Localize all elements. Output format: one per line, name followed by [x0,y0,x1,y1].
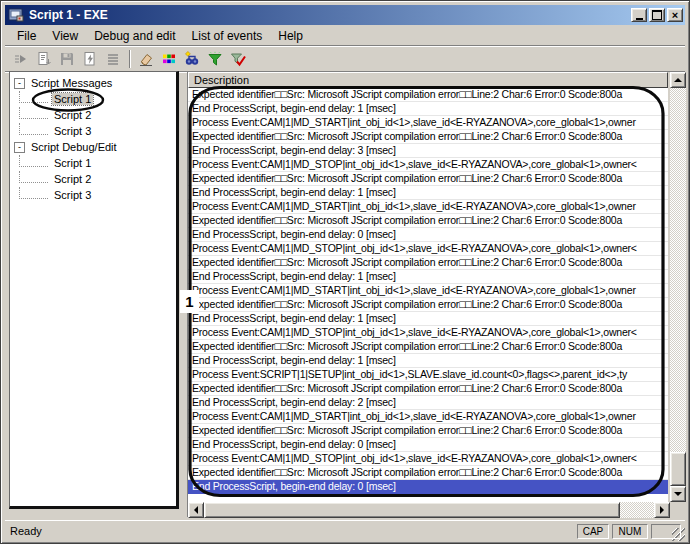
clear-icon [138,51,154,67]
horizontal-scrollbar-thumb[interactable] [204,502,620,518]
log-row[interactable]: Expected identifier□□Src: Microsoft JScr… [188,298,668,312]
log-row[interactable]: Process Event:CAM|1|MD_START|int_obj_id<… [188,116,668,130]
tree-expander-icon[interactable]: - [14,78,25,89]
tree-guide-line [19,171,48,183]
log-row[interactable]: End ProcessScript, begin-end delay: 1 [m… [188,312,668,326]
scroll-up-button[interactable] [670,72,686,88]
app-window: Script 1 - EXE × FileViewDebug and editL… [0,0,690,544]
log-row[interactable]: Expected identifier□□Src: Microsoft JScr… [188,424,668,438]
scrollbar-corner [670,502,686,518]
tree-item-script-1[interactable]: Script 1 [10,91,176,107]
minimize-button[interactable] [631,8,647,22]
tree-item-script-3[interactable]: Script 3 [10,123,176,139]
log-row[interactable]: Expected identifier□□Src: Microsoft JScr… [188,172,668,186]
tree-item-label: Script 3 [52,125,93,137]
report-icon [36,51,52,67]
log-row[interactable]: Process Event:CAM|1|MD_STOP|int_obj_id<1… [188,242,668,256]
app-icon [8,7,24,23]
report-button[interactable] [33,48,56,70]
tree-item-script-1[interactable]: Script 1 [10,155,176,171]
tree-item-script-2[interactable]: Script 2 [10,107,176,123]
menu-item-debug-and-edit[interactable]: Debug and edit [86,28,183,44]
log-row[interactable]: Expected identifier□□Src: Microsoft JScr… [188,214,668,228]
tree-expander-icon[interactable]: - [14,142,25,153]
log-row[interactable]: End ProcessScript, begin-end delay: 2 [m… [188,396,668,410]
minimize-icon [636,18,643,20]
log-row[interactable]: Process Event:CAM|1|MD_START|int_obj_id<… [188,284,668,298]
status-indicator-cap: CAP [577,524,609,539]
script-edit-icon [82,51,98,67]
menu-item-view[interactable]: View [44,28,86,44]
log-row[interactable]: End ProcessScript, begin-end delay: 1 [m… [188,270,668,284]
tree-item-label: Script Debug/Edit [31,141,117,153]
status-message: Ready [10,525,42,537]
tree-guide-line [19,123,48,135]
log-row[interactable]: Expected identifier□□Src: Microsoft JScr… [188,382,668,396]
log-row[interactable]: Expected identifier□□Src: Microsoft JScr… [188,466,668,480]
filter-apply-button[interactable] [227,48,250,70]
maximize-button[interactable] [649,8,665,22]
log-row[interactable]: End ProcessScript, begin-end delay: 0 [m… [188,438,668,452]
scroll-left-button[interactable] [188,502,204,518]
window-title: Script 1 - EXE [29,8,631,22]
tree-guide-line [19,155,48,167]
clear-button[interactable] [135,48,158,70]
tree-item-script-3[interactable]: Script 3 [10,187,176,203]
column-header-description[interactable]: Description [188,72,668,88]
menu-item-help[interactable]: Help [270,28,311,44]
colors-button[interactable] [158,48,181,70]
scroll-right-button[interactable] [654,502,670,518]
run-script-button[interactable] [10,48,33,70]
tree-item-script-2[interactable]: Script 2 [10,171,176,187]
script-tree[interactable]: -Script MessagesScript 1Script 2Script 3… [9,71,179,509]
tree-item-label: Script 2 [52,109,93,121]
arrow-left-icon [194,506,198,514]
event-list-button[interactable] [102,48,125,70]
log-row[interactable]: End ProcessScript, begin-end delay: 1 [m… [188,186,668,200]
vertical-scrollbar-track[interactable] [670,88,686,486]
script-edit-button[interactable] [79,48,102,70]
log-row[interactable]: Expected identifier□□Src: Microsoft JScr… [188,340,668,354]
save-button[interactable] [56,48,79,70]
tree-item-script-messages[interactable]: -Script Messages [10,75,176,91]
status-indicator-num: NUM [612,524,648,539]
log-row[interactable]: Expected identifier□□Src: Microsoft JScr… [188,88,668,102]
arrow-up-icon [674,78,682,82]
log-row[interactable]: End ProcessScript, begin-end delay: 3 [m… [188,144,668,158]
tree-item-label: Script Messages [31,77,112,89]
menu-item-file[interactable]: File [9,28,44,44]
filter-icon [207,51,223,67]
log-list-body[interactable]: Expected identifier□□Src: Microsoft JScr… [188,88,668,502]
log-row[interactable]: Expected identifier□□Src: Microsoft JScr… [188,256,668,270]
scroll-down-button[interactable] [670,486,686,502]
close-button[interactable]: × [667,8,683,22]
log-row[interactable]: Process Event:CAM|1|MD_START|int_obj_id<… [188,410,668,424]
log-row[interactable]: End ProcessScript, begin-end delay: 0 [m… [188,228,668,242]
menu-item-list-of-events[interactable]: List of events [184,28,271,44]
menu-bar: FileViewDebug and editList of eventsHelp [5,26,685,46]
log-row[interactable]: Process Event:CAM|1|MD_START|int_obj_id<… [188,200,668,214]
tree-guide-line [19,187,48,199]
title-bar[interactable]: Script 1 - EXE × [5,5,685,25]
description-list: Description Expected identifier□□Src: Mi… [187,71,685,517]
status-bar: Ready CAPNUM [5,520,685,542]
log-row[interactable]: Process Event:CAM|1|MD_STOP|int_obj_id<1… [188,326,668,340]
log-row[interactable]: End ProcessScript, begin-end delay: 1 [m… [188,354,668,368]
filter-button[interactable] [204,48,227,70]
tree-guide-line [19,91,48,103]
tree-item-label: Script 2 [52,173,93,185]
arrow-down-icon [674,492,682,496]
log-row[interactable]: Process Event:SCRIPT|1|SETUP|int_obj_id<… [188,368,668,382]
maximize-icon [652,10,662,20]
tree-item-script-debug-edit[interactable]: -Script Debug/Edit [10,139,176,155]
search-button[interactable] [181,48,204,70]
toolbar [5,47,685,72]
log-row[interactable]: Process Event:CAM|1|MD_STOP|int_obj_id<1… [188,158,668,172]
vertical-scrollbar-thumb[interactable] [670,452,686,486]
colors-icon [161,51,177,67]
log-row[interactable]: Expected identifier□□Src: Microsoft JScr… [188,130,668,144]
log-row[interactable]: End ProcessScript, begin-end delay: 1 [m… [188,102,668,116]
log-row[interactable]: End ProcessScript, begin-end delay: 0 [m… [188,480,668,494]
log-row[interactable]: Process Event:CAM|1|MD_STOP|int_obj_id<1… [188,452,668,466]
close-icon: × [672,10,678,20]
